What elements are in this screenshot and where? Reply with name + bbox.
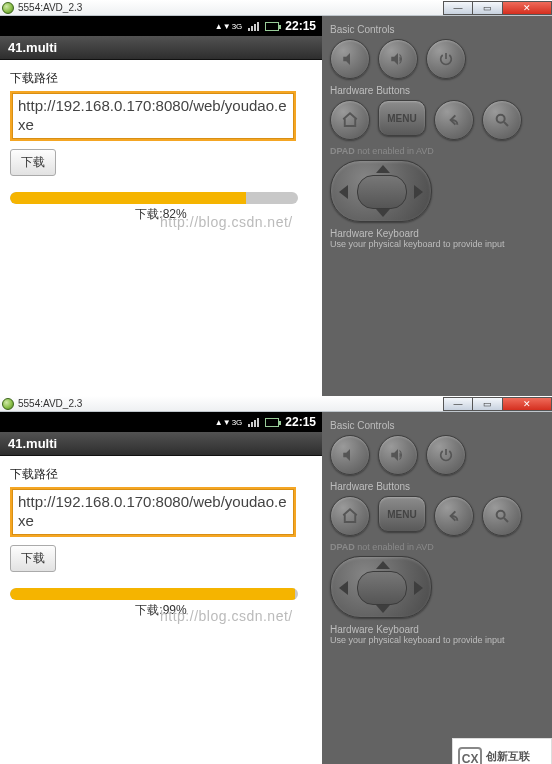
clock: 22:15 bbox=[285, 415, 316, 429]
window-title: 5554:AVD_2.3 bbox=[18, 2, 82, 13]
status-bar: ▲▼3G 22:15 bbox=[0, 412, 322, 432]
download-button[interactable]: 下载 bbox=[10, 149, 56, 176]
close-button[interactable]: ✕ bbox=[503, 397, 552, 411]
hw-keyboard-sub: Use your physical keyboard to provide in… bbox=[330, 239, 544, 249]
progress-bar bbox=[10, 588, 298, 600]
minimize-button[interactable]: — bbox=[443, 1, 473, 15]
home-button[interactable] bbox=[330, 496, 370, 536]
svg-point-0 bbox=[497, 115, 505, 123]
battery-icon bbox=[265, 22, 279, 31]
back-button[interactable] bbox=[434, 496, 474, 536]
window-title: 5554:AVD_2.3 bbox=[18, 398, 82, 409]
logo-mark: CX bbox=[458, 747, 482, 764]
progress-fill bbox=[10, 192, 246, 204]
download-button[interactable]: 下载 bbox=[10, 545, 56, 572]
search-button[interactable] bbox=[482, 496, 522, 536]
back-button[interactable] bbox=[434, 100, 474, 140]
window-titlebar[interactable]: 5554:AVD_2.3 — ▭ ✕ bbox=[0, 396, 552, 412]
emulator-sidepanel: Basic Controls Hardware Buttons MENU DPA… bbox=[322, 16, 552, 396]
dpad-note: DPAD not enabled in AVD bbox=[330, 146, 544, 156]
progress-bar bbox=[10, 192, 298, 204]
dpad-right[interactable] bbox=[414, 581, 423, 595]
dpad-up[interactable] bbox=[376, 165, 390, 173]
app-title: 41.multi bbox=[0, 36, 322, 60]
emulator-sidepanel: Basic Controls Hardware Buttons MENU DPA… bbox=[322, 412, 552, 764]
signal-icon bbox=[248, 22, 259, 31]
progress-fill bbox=[10, 588, 295, 600]
app-title: 41.multi bbox=[0, 432, 322, 456]
hw-keyboard-sub: Use your physical keyboard to provide in… bbox=[330, 635, 544, 645]
battery-icon bbox=[265, 418, 279, 427]
dpad-up[interactable] bbox=[376, 561, 390, 569]
dpad[interactable] bbox=[330, 160, 432, 222]
status-bar: ▲▼3G 22:15 bbox=[0, 16, 322, 36]
maximize-button[interactable]: ▭ bbox=[473, 397, 503, 411]
dpad-center[interactable] bbox=[357, 571, 407, 605]
window-controls: — ▭ ✕ bbox=[443, 1, 552, 15]
volume-up-button[interactable] bbox=[378, 435, 418, 475]
clock: 22:15 bbox=[285, 19, 316, 33]
minimize-button[interactable]: — bbox=[443, 397, 473, 411]
search-button[interactable] bbox=[482, 100, 522, 140]
network-icon: ▲▼3G bbox=[215, 22, 243, 31]
logo-overlay: CX 创新互联 CHUANG XINHULIAN bbox=[452, 738, 552, 764]
dpad-left[interactable] bbox=[339, 185, 348, 199]
volume-down-button[interactable] bbox=[330, 39, 370, 79]
path-label: 下载路径 bbox=[10, 70, 312, 87]
window-titlebar[interactable]: 5554:AVD_2.3 — ▭ ✕ bbox=[0, 0, 552, 16]
dpad-down[interactable] bbox=[376, 605, 390, 613]
menu-button[interactable]: MENU bbox=[378, 100, 426, 136]
svg-point-1 bbox=[497, 511, 505, 519]
url-input[interactable]: http://192.168.0.170:8080/web/youdao.exe bbox=[10, 487, 296, 537]
volume-down-button[interactable] bbox=[330, 435, 370, 475]
dpad-note: DPAD not enabled in AVD bbox=[330, 542, 544, 552]
dpad-right[interactable] bbox=[414, 185, 423, 199]
android-screen: ▲▼3G 22:15 41.multi 下载路径 http://192.168.… bbox=[0, 16, 322, 396]
path-label: 下载路径 bbox=[10, 466, 312, 483]
basic-controls-heading: Basic Controls bbox=[330, 420, 544, 431]
android-screen: ▲▼3G 22:15 41.multi 下载路径 http://192.168.… bbox=[0, 412, 322, 764]
dpad[interactable] bbox=[330, 556, 432, 618]
url-input[interactable]: http://192.168.0.170:8080/web/youdao.exe bbox=[10, 91, 296, 141]
progress-text: 下载:99% bbox=[10, 602, 312, 619]
hw-keyboard-heading: Hardware Keyboard bbox=[330, 624, 544, 635]
close-button[interactable]: ✕ bbox=[503, 1, 552, 15]
home-button[interactable] bbox=[330, 100, 370, 140]
logo-name: 创新互联 bbox=[486, 749, 546, 764]
dpad-center[interactable] bbox=[357, 175, 407, 209]
power-button[interactable] bbox=[426, 39, 466, 79]
hardware-buttons-heading: Hardware Buttons bbox=[330, 85, 544, 96]
volume-up-button[interactable] bbox=[378, 39, 418, 79]
basic-controls-heading: Basic Controls bbox=[330, 24, 544, 35]
power-button[interactable] bbox=[426, 435, 466, 475]
progress-text: 下载:82% bbox=[10, 206, 312, 223]
maximize-button[interactable]: ▭ bbox=[473, 1, 503, 15]
emulator-window: 5554:AVD_2.3 — ▭ ✕ ▲▼3G 22:15 41.multi 下… bbox=[0, 0, 552, 396]
window-controls: — ▭ ✕ bbox=[443, 397, 552, 411]
hw-keyboard-heading: Hardware Keyboard bbox=[330, 228, 544, 239]
hardware-buttons-heading: Hardware Buttons bbox=[330, 481, 544, 492]
dpad-down[interactable] bbox=[376, 209, 390, 217]
menu-button[interactable]: MENU bbox=[378, 496, 426, 532]
dpad-left[interactable] bbox=[339, 581, 348, 595]
android-icon bbox=[2, 2, 14, 14]
android-icon bbox=[2, 398, 14, 410]
signal-icon bbox=[248, 418, 259, 427]
network-icon: ▲▼3G bbox=[215, 418, 243, 427]
emulator-window: 5554:AVD_2.3 — ▭ ✕ ▲▼3G 22:15 41.multi 下… bbox=[0, 396, 552, 764]
